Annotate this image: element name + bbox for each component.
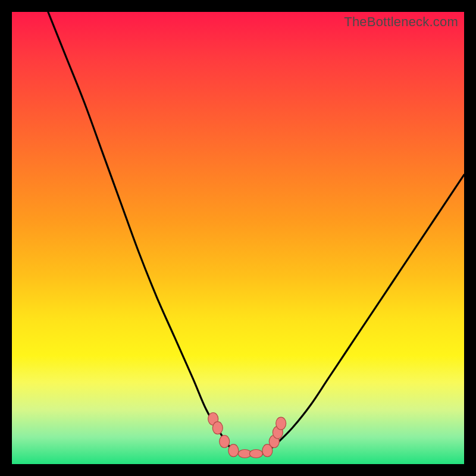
- highlight-beads: [208, 413, 286, 458]
- bead: [249, 450, 262, 458]
- bottleneck-curve: [12, 12, 464, 464]
- bead: [212, 422, 223, 434]
- chart-frame: TheBottleneck.com: [0, 0, 476, 476]
- bead: [228, 444, 239, 457]
- bead: [220, 436, 230, 448]
- curve-left-branch: [48, 12, 229, 446]
- curve-right-branch: [274, 175, 464, 446]
- bead: [276, 417, 286, 430]
- plot-area: TheBottleneck.com: [12, 12, 464, 464]
